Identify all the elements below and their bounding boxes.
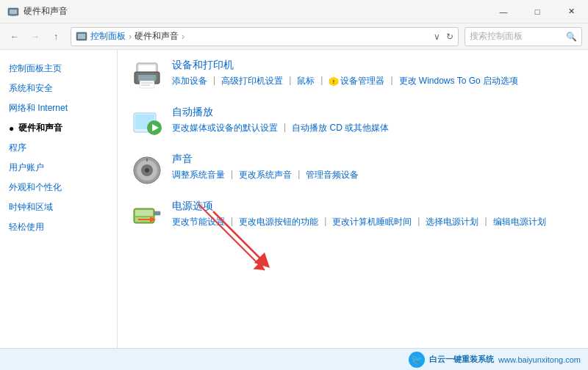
sound-body: 声音 调整系统音量 | 更改系统声音 | 管理音频设备 — [172, 153, 359, 181]
minimize-button[interactable]: — — [487, 0, 520, 23]
link-sleep-time[interactable]: 更改计算机睡眠时间 — [332, 216, 412, 228]
category-printer: 设备和打印机 添加设备 | 高级打印机设置 | 鼠标 | ! 设备管理器 — [129, 59, 576, 94]
search-bar[interactable]: 搜索控制面板 🔍 — [465, 27, 582, 46]
window-icon — [7, 6, 19, 18]
address-bar[interactable]: 控制面板 › 硬件和声音 › ∨ ↻ — [71, 27, 459, 46]
link-adjust-volume[interactable]: 调整系统音量 — [172, 169, 225, 181]
sound-icon — [129, 153, 165, 188]
sidebar-item-accessibility[interactable]: 轻松使用 — [0, 217, 117, 237]
link-manage-audio[interactable]: 管理音频设备 — [306, 169, 359, 181]
up-button[interactable]: ↑ — [47, 28, 65, 46]
sidebar-item-programs[interactable]: 程序 — [0, 138, 117, 158]
link-mouse[interactable]: 鼠标 — [297, 75, 315, 87]
main-container: 控制面板主页 系统和安全 网络和 Internet ● 硬件和声音 程序 用户账… — [0, 50, 588, 348]
search-icon: 🔍 — [566, 32, 577, 42]
window-controls: — □ ✕ — [487, 0, 588, 23]
link-device-manager[interactable]: ! 设备管理器 — [329, 75, 384, 87]
back-button[interactable]: ← — [6, 28, 24, 46]
autoplay-title[interactable]: 自动播放 — [172, 106, 389, 119]
printer-body: 设备和打印机 添加设备 | 高级打印机设置 | 鼠标 | ! 设备管理器 — [172, 59, 518, 87]
navbar: ← → ↑ 控制面板 › 硬件和声音 › ∨ ↻ 搜索控制面板 🔍 — [0, 23, 588, 50]
category-sound: 声音 调整系统音量 | 更改系统声音 | 管理音频设备 — [129, 153, 576, 188]
forward-button[interactable]: → — [26, 28, 44, 46]
link-default-settings[interactable]: 更改媒体或设备的默认设置 — [172, 122, 278, 134]
link-change-sound[interactable]: 更改系统声音 — [239, 169, 292, 181]
category-autoplay: 自动播放 更改媒体或设备的默认设置 | 自动播放 CD 或其他媒体 — [129, 106, 576, 141]
svg-rect-8 — [138, 75, 156, 81]
autoplay-icon — [129, 106, 165, 141]
link-edit-power-plan[interactable]: 编辑电源计划 — [493, 216, 546, 228]
sidebar-item-appearance[interactable]: 外观和个性化 — [0, 178, 117, 197]
svg-point-22 — [145, 168, 149, 173]
svg-rect-2 — [11, 15, 15, 16]
address-part2: 硬件和声音 — [135, 30, 179, 43]
sidebar-item-users[interactable]: 用户账户 — [0, 158, 117, 178]
titlebar: 硬件和声音 — □ ✕ — [0, 0, 588, 23]
link-autoplay-cd[interactable]: 自动播放 CD 或其他媒体 — [292, 122, 389, 134]
watermark-brand: 白云一键重装系统 — [429, 354, 494, 365]
category-power: 电源选项 更改节能设置 | 更改电源按钮的功能 | 更改计算机睡眠时间 | 选择… — [129, 200, 576, 235]
svg-rect-12 — [141, 84, 150, 86]
power-icon — [129, 200, 165, 235]
printer-icon — [129, 59, 165, 94]
link-windows-to-go[interactable]: 更改 Windows To Go 启动选项 — [399, 75, 518, 87]
sidebar-item-hardware[interactable]: ● 硬件和声音 — [0, 118, 117, 138]
power-title[interactable]: 电源选项 — [172, 200, 546, 213]
sidebar-item-clock[interactable]: 时钟和区域 — [0, 197, 117, 217]
printer-title[interactable]: 设备和打印机 — [172, 59, 518, 72]
maximize-button[interactable]: □ — [520, 0, 554, 23]
power-links: 更改节能设置 | 更改电源按钮的功能 | 更改计算机睡眠时间 | 选择电源计划 … — [172, 216, 546, 228]
watermark-url: www.baiyunxitong.com — [498, 355, 581, 364]
svg-point-9 — [154, 76, 157, 79]
sidebar-item-home[interactable]: 控制面板主页 — [0, 59, 117, 79]
sidebar: 控制面板主页 系统和安全 网络和 Internet ● 硬件和声音 程序 用户账… — [0, 50, 118, 348]
autoplay-body: 自动播放 更改媒体或设备的默认设置 | 自动播放 CD 或其他媒体 — [172, 106, 389, 134]
link-power-settings[interactable]: 更改节能设置 — [172, 216, 225, 228]
svg-marker-31 — [253, 261, 267, 275]
watermark-bar: 🐦 白云一键重装系统 www.baiyunxitong.com — [0, 348, 588, 370]
power-body: 电源选项 更改节能设置 | 更改电源按钮的功能 | 更改计算机睡眠时间 | 选择… — [172, 200, 546, 228]
window-title: 硬件和声音 — [7, 5, 68, 18]
content-area: 设备和打印机 添加设备 | 高级打印机设置 | 鼠标 | ! 设备管理器 — [118, 50, 588, 348]
link-advanced-print[interactable]: 高级打印机设置 — [221, 75, 283, 87]
link-power-plan[interactable]: 选择电源计划 — [426, 216, 478, 228]
address-part1: 控制面板 — [90, 30, 126, 43]
search-placeholder-text: 搜索控制面板 — [470, 30, 523, 43]
link-add-device[interactable]: 添加设备 — [172, 75, 207, 87]
printer-links: 添加设备 | 高级打印机设置 | 鼠标 | ! 设备管理器 | 更改 Windo… — [172, 75, 518, 87]
svg-rect-27 — [154, 211, 160, 215]
svg-rect-4 — [78, 34, 85, 39]
svg-text:!: ! — [333, 79, 334, 84]
sidebar-item-network[interactable]: 网络和 Internet — [0, 98, 117, 118]
svg-rect-11 — [141, 82, 153, 84]
link-power-button[interactable]: 更改电源按钮的功能 — [239, 216, 318, 228]
watermark-logo: 🐦 — [409, 352, 425, 368]
device-manager-icon: ! — [329, 76, 339, 87]
sound-title[interactable]: 声音 — [172, 153, 359, 166]
autoplay-links: 更改媒体或设备的默认设置 | 自动播放 CD 或其他媒体 — [172, 122, 389, 134]
address-dropdown[interactable]: ∨ — [434, 32, 440, 42]
svg-rect-1 — [10, 10, 17, 14]
sidebar-item-system[interactable]: 系统和安全 — [0, 79, 117, 98]
sound-links: 调整系统音量 | 更改系统声音 | 管理音频设备 — [172, 169, 359, 181]
refresh-button[interactable]: ↻ — [446, 32, 453, 42]
close-button[interactable]: ✕ — [554, 0, 588, 23]
svg-rect-25 — [135, 210, 153, 216]
address-icon — [76, 31, 87, 43]
